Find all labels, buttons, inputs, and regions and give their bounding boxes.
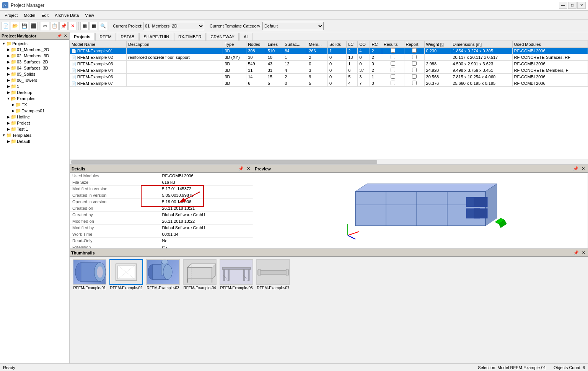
col-lines[interactable]: Lines bbox=[266, 41, 283, 48]
expander-01members2d[interactable]: ▶ bbox=[6, 48, 11, 52]
thumbnails-pin[interactable]: 📌 bbox=[572, 250, 580, 255]
tree-item-hotline[interactable]: ▶ 📁 Hotline bbox=[1, 114, 68, 120]
toolbar-open[interactable]: 📂 bbox=[11, 22, 19, 30]
col-report[interactable]: Report bbox=[404, 41, 424, 48]
horizontal-scrollbar[interactable] bbox=[70, 159, 588, 165]
expander-ex[interactable]: ▶ bbox=[11, 103, 15, 107]
expander-examples01[interactable]: ▶ bbox=[11, 109, 15, 113]
navigator-pin[interactable]: 📌 bbox=[56, 34, 62, 38]
tree-item-test1[interactable]: ▶ 📁 Test 1 bbox=[1, 126, 68, 132]
close-button[interactable]: ✕ bbox=[577, 2, 586, 9]
minimize-button[interactable]: — bbox=[559, 2, 567, 9]
col-weight[interactable]: Weight [t] bbox=[424, 41, 451, 48]
table-row[interactable]: 📄 RFEM-Example-043D3131430637224.9209.49… bbox=[70, 67, 588, 74]
expander-hotline[interactable]: ▶ bbox=[6, 115, 11, 119]
toolbar-delete[interactable]: ✕ bbox=[68, 22, 77, 30]
expander-desktop[interactable]: ▶ bbox=[6, 91, 11, 94]
table-row[interactable]: 📄 RFEM-Example-063D141529053130.5687.815… bbox=[70, 74, 588, 80]
toolbar-btn4[interactable]: ⬛ bbox=[29, 22, 37, 30]
tree-item-06towers[interactable]: ▶ 📁 06_Towers bbox=[1, 77, 68, 83]
col-dimensions[interactable]: Dimensions [m] bbox=[451, 41, 512, 48]
expander-examples[interactable]: ▼ bbox=[6, 97, 11, 100]
toolbar-cut[interactable]: ✂ bbox=[41, 22, 49, 30]
menu-project[interactable]: Project bbox=[2, 12, 21, 18]
thumbnails-close[interactable]: ✕ bbox=[581, 250, 586, 255]
thumbnail-rfem-04[interactable]: RFEM-Example-04 bbox=[183, 259, 217, 290]
tree-item-ex[interactable]: ▶ 📁 EX bbox=[1, 102, 68, 108]
maximize-button[interactable]: □ bbox=[568, 2, 577, 9]
thumbnail-rfem-06[interactable]: RFEM-Example-06 bbox=[220, 259, 253, 290]
tab-all[interactable]: All bbox=[239, 33, 252, 41]
tree-item-projects-root[interactable]: ▼ 📁 Projects bbox=[1, 41, 68, 47]
col-modules[interactable]: Used Modules bbox=[512, 41, 588, 48]
preview-close[interactable]: ✕ bbox=[580, 166, 586, 171]
tab-projects[interactable]: Projects bbox=[70, 33, 94, 41]
thumbnail-rfem-01[interactable]: RFEM-Example-01 bbox=[73, 259, 106, 290]
tree-item-desktop[interactable]: ▶ 📁 Desktop bbox=[1, 89, 68, 96]
toolbar-btn6[interactable]: ▦ bbox=[90, 22, 98, 30]
tree-item-03surfaces2d[interactable]: ▶ 📁 03_Surfaces_2D bbox=[1, 59, 68, 65]
expander-04surfaces3d[interactable]: ▶ bbox=[6, 66, 11, 70]
expander-templates[interactable]: ▼ bbox=[2, 133, 6, 137]
toolbar-copy[interactable]: 📋 bbox=[50, 22, 59, 30]
preview-pin[interactable]: 📌 bbox=[572, 166, 580, 171]
table-row[interactable]: 📄 RFEM-Example-013D3085108426612420.2301… bbox=[70, 48, 588, 54]
expander-default[interactable]: ▶ bbox=[6, 139, 11, 143]
tab-craneway[interactable]: CRANEWAY bbox=[207, 33, 239, 41]
toolbar-save[interactable]: 💾 bbox=[20, 22, 28, 30]
col-co[interactable]: CO bbox=[358, 41, 370, 48]
col-model-name[interactable]: Model Name bbox=[70, 41, 127, 48]
tree-item-04surfaces3d[interactable]: ▶ 📁 04_Surfaces_3D bbox=[1, 65, 68, 71]
col-lc[interactable]: LC bbox=[347, 41, 358, 48]
tab-rfem[interactable]: RFEM bbox=[95, 33, 116, 41]
expander-03surfaces2d[interactable]: ▶ bbox=[6, 60, 11, 64]
menu-view[interactable]: View bbox=[82, 12, 97, 18]
expander-02members3d[interactable]: ▶ bbox=[6, 54, 11, 58]
project-dropdown[interactable]: 01_Members_2D bbox=[143, 22, 204, 30]
template-select[interactable]: Default bbox=[262, 22, 324, 30]
thumbnail-rfem-07[interactable]: RFEM-Example-07 bbox=[256, 259, 290, 290]
expander-test1[interactable]: ▶ bbox=[6, 127, 11, 131]
col-description[interactable]: Description bbox=[127, 41, 223, 48]
tree-item-default[interactable]: ▶ 📁 Default bbox=[1, 138, 68, 144]
expander-projects[interactable]: ▼ bbox=[2, 42, 6, 45]
template-dropdown[interactable]: Default bbox=[262, 22, 324, 30]
thumbnail-rfem-02[interactable]: RFEM-Example-02 bbox=[109, 259, 143, 290]
expander-06towers[interactable]: ▶ bbox=[6, 78, 11, 82]
col-members[interactable]: Mem... bbox=[307, 41, 328, 48]
tree-item-05solids[interactable]: ▶ 📁 05_Solids bbox=[1, 71, 68, 77]
tree-item-02members3d[interactable]: ▶ 📁 02_Members_3D bbox=[1, 53, 68, 59]
thumbnail-rfem-03[interactable]: RFEM-Example-03 bbox=[146, 259, 180, 290]
scrollbar-thumb-h[interactable] bbox=[71, 160, 377, 164]
col-type[interactable]: Type bbox=[223, 41, 246, 48]
menu-model[interactable]: Model bbox=[21, 12, 38, 18]
tree-item-01members2d[interactable]: ▶ 📁 01_Members_2D bbox=[1, 47, 68, 53]
table-row[interactable]: 📄 RFEM-Example-073D6505047026.37625.660 … bbox=[70, 80, 588, 87]
col-results[interactable]: Results bbox=[382, 41, 404, 48]
col-surfaces[interactable]: Surfac... bbox=[283, 41, 307, 48]
tab-rx-timber[interactable]: RX-TIMBER bbox=[174, 33, 206, 41]
details-close[interactable]: ✕ bbox=[246, 166, 251, 171]
expander-project[interactable]: ▶ bbox=[6, 121, 11, 125]
col-rc[interactable]: RC bbox=[370, 41, 382, 48]
col-nodes[interactable]: Nodes bbox=[246, 41, 266, 48]
col-solids[interactable]: Solids bbox=[328, 41, 347, 48]
tree-item-examples01[interactable]: ▶ 📁 Examples01 bbox=[1, 108, 68, 114]
tree-item-1[interactable]: ▶ 📁 1 bbox=[1, 83, 68, 89]
toolbar-search[interactable]: 🔍 bbox=[99, 22, 107, 30]
table-row[interactable]: 📄 RFEM-Example-033D5494312001002.9884.50… bbox=[70, 61, 588, 67]
toolbar-paste[interactable]: 📌 bbox=[59, 22, 68, 30]
toolbar-btn5[interactable]: ▦ bbox=[80, 22, 89, 30]
navigator-close[interactable]: ✕ bbox=[63, 34, 68, 38]
tab-shape-thin[interactable]: SHAPE-THIN bbox=[139, 33, 173, 41]
details-pin[interactable]: 📌 bbox=[237, 166, 245, 171]
tree-item-project[interactable]: ▶ 📁 Project bbox=[1, 120, 68, 126]
tree-item-templates[interactable]: ▼ 📁 Templates bbox=[1, 132, 68, 138]
tab-rstab[interactable]: RSTAB bbox=[117, 33, 139, 41]
tree-item-examples[interactable]: ▼ 📂 Examples bbox=[1, 96, 68, 102]
project-select[interactable]: 01_Members_2D bbox=[143, 22, 204, 30]
table-row[interactable]: 📄 RFEM-Example-02reinforced concrete flo… bbox=[70, 54, 588, 61]
menu-archive-data[interactable]: Archive Data bbox=[52, 12, 82, 18]
expander-1[interactable]: ▶ bbox=[6, 84, 11, 88]
toolbar-new[interactable]: 📄 bbox=[2, 22, 10, 30]
